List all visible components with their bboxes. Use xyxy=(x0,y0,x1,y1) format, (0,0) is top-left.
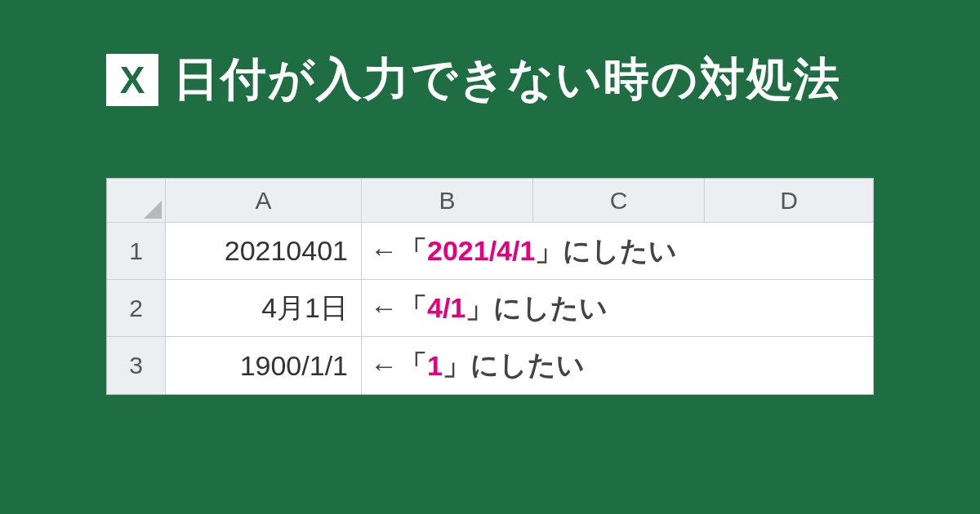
excel-icon: X xyxy=(106,54,158,106)
page-title: 日付が入力できない時の対処法 xyxy=(173,49,841,111)
annotation-highlight: 1 xyxy=(427,350,443,382)
table-row: 2 4月1日 ← 「 4/1 」にしたい xyxy=(107,280,873,337)
arrow-left-icon: ← xyxy=(370,350,398,382)
select-all-triangle-icon xyxy=(144,201,162,219)
annotation-2: ← 「 4/1 」にしたい xyxy=(362,280,873,337)
annotation-3: ← 「 1 」にしたい xyxy=(362,337,873,394)
arrow-left-icon: ← xyxy=(370,292,398,324)
table-row: 1 20210401 ← 「 2021/4/1 」にしたい xyxy=(107,223,873,280)
annotation-highlight: 4/1 xyxy=(427,292,466,324)
column-header-row: A B C D xyxy=(107,179,873,223)
annotation-1: ← 「 2021/4/1 」にしたい xyxy=(362,223,873,280)
excel-icon-letter: X xyxy=(120,58,145,102)
annotation-pre: 「 xyxy=(399,290,427,327)
annotation-pre: 「 xyxy=(399,347,427,384)
annotation-highlight: 2021/4/1 xyxy=(427,235,535,267)
annotation-post: 」にしたい xyxy=(443,347,585,384)
page-header: X 日付が入力できない時の対処法 xyxy=(106,49,841,111)
col-header-b[interactable]: B xyxy=(362,179,533,223)
cell-a2[interactable]: 4月1日 xyxy=(166,280,362,337)
spreadsheet: A B C D 1 20210401 ← 「 2021/4/1 」にしたい 2 … xyxy=(106,178,874,395)
row-header-1[interactable]: 1 xyxy=(107,223,166,280)
col-header-a[interactable]: A xyxy=(166,179,362,223)
cell-a1[interactable]: 20210401 xyxy=(166,223,362,280)
col-header-d[interactable]: D xyxy=(705,179,873,223)
row-header-2[interactable]: 2 xyxy=(107,280,166,337)
annotation-pre: 「 xyxy=(399,233,427,270)
table-row: 3 1900/1/1 ← 「 1 」にしたい xyxy=(107,337,873,394)
row-header-3[interactable]: 3 xyxy=(107,337,166,394)
select-all-corner[interactable] xyxy=(107,179,166,223)
cell-a3[interactable]: 1900/1/1 xyxy=(166,337,362,394)
col-header-c[interactable]: C xyxy=(533,179,705,223)
annotation-post: 」にしたい xyxy=(466,290,608,327)
svg-marker-0 xyxy=(144,201,162,219)
arrow-left-icon: ← xyxy=(370,235,398,267)
annotation-post: 」にしたい xyxy=(535,233,677,270)
